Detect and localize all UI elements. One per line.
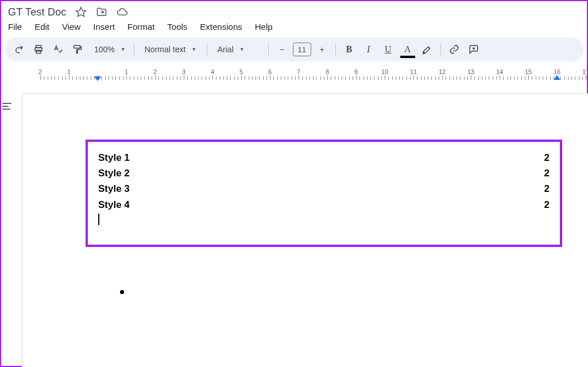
ruler-number: 3	[182, 68, 185, 75]
ruler-number: 1	[67, 68, 71, 75]
toc-page: 2	[544, 165, 550, 181]
toolbar: 100%▼ Normal text▼ Arial▼ − 11 + B I U A	[5, 37, 583, 61]
insert-link-button[interactable]	[446, 41, 463, 58]
star-icon[interactable]	[75, 6, 87, 18]
separator	[207, 43, 207, 56]
ruler-number: 11	[410, 68, 417, 75]
toc-row[interactable]: Style 12	[98, 150, 550, 165]
toc-title: Style 3	[98, 181, 130, 196]
bullet-icon	[120, 290, 124, 294]
page[interactable]: Style 12Style 22Style 32Style 42	[22, 93, 588, 367]
toc-title: Style 4	[98, 197, 130, 213]
ruler-number: 1	[125, 68, 128, 75]
toc-page: 2	[544, 150, 550, 165]
separator	[134, 43, 134, 56]
ruler-number: 15	[525, 68, 532, 75]
right-indent-marker[interactable]	[554, 75, 560, 80]
separator	[440, 43, 441, 56]
ruler-number: 4	[211, 68, 214, 75]
toc-row[interactable]: Style 42	[98, 197, 550, 213]
paragraph-style-value: Normal text	[145, 45, 186, 54]
highlight-color-button[interactable]	[419, 41, 436, 58]
ruler-number: 2	[153, 68, 157, 75]
ruler-number: 9	[354, 68, 358, 75]
menu-edit[interactable]: Edit	[34, 22, 49, 32]
toc-row[interactable]: Style 32	[98, 181, 550, 196]
svg-marker-0	[76, 7, 86, 17]
ruler-number: 14	[496, 68, 503, 75]
ruler[interactable]: 211234567891011121314151617	[1, 65, 587, 81]
menu-help[interactable]: Help	[255, 22, 273, 32]
menu-insert[interactable]: Insert	[93, 22, 115, 32]
zoom-value: 100%	[94, 45, 115, 54]
table-of-contents: Style 12Style 22Style 32Style 42	[98, 150, 550, 213]
toc-page: 2	[544, 197, 550, 213]
text-color-button[interactable]: A	[399, 41, 416, 58]
menu-format[interactable]: Format	[127, 22, 155, 32]
decrease-font-size-button[interactable]: −	[273, 41, 291, 58]
menu-bar: File Edit View Insert Format Tools Exten…	[1, 20, 587, 37]
ruler-number: 2	[38, 68, 42, 75]
toc-title: Style 1	[98, 150, 130, 165]
menu-tools[interactable]: Tools	[167, 22, 187, 32]
ruler-number: 10	[381, 68, 388, 75]
print-button[interactable]	[30, 41, 47, 58]
ruler-number: 6	[268, 68, 272, 75]
font-family-value: Arial	[218, 45, 234, 54]
ruler-number: 13	[467, 68, 474, 75]
add-comment-button[interactable]	[465, 41, 482, 58]
svg-rect-4	[74, 45, 80, 48]
menu-view[interactable]: View	[62, 22, 80, 32]
redo-button[interactable]	[10, 41, 28, 58]
text-cursor	[98, 214, 99, 225]
ruler-number: 8	[326, 68, 329, 75]
separator	[335, 43, 336, 56]
font-size-input[interactable]: 11	[293, 43, 311, 56]
paragraph-style-select[interactable]: Normal text▼	[139, 45, 202, 54]
ruler-number: 5	[239, 68, 243, 75]
ruler-number: 17	[582, 68, 587, 75]
title-bar: GT Test Doc	[1, 1, 587, 20]
outline-toggle-icon[interactable]	[2, 101, 11, 111]
ruler-number: 16	[554, 68, 560, 75]
toc-page: 2	[544, 181, 550, 196]
font-family-select[interactable]: Arial▼	[212, 45, 264, 54]
selection-highlight: Style 12Style 22Style 32Style 42	[86, 140, 562, 247]
menu-extensions[interactable]: Extensions	[200, 22, 242, 32]
move-folder-icon[interactable]	[95, 6, 108, 18]
toc-title: Style 2	[98, 165, 130, 181]
zoom-select[interactable]: 100%▼	[88, 45, 129, 54]
ruler-number: 12	[439, 68, 446, 75]
underline-button[interactable]: U	[380, 41, 397, 58]
menu-file[interactable]: File	[8, 22, 22, 32]
toc-row[interactable]: Style 22	[98, 165, 550, 181]
ruler-number: 7	[297, 68, 300, 75]
spellcheck-button[interactable]	[49, 41, 67, 58]
bold-button[interactable]: B	[341, 41, 358, 58]
cloud-status-icon[interactable]	[116, 6, 129, 18]
doc-title[interactable]: GT Test Doc	[8, 6, 67, 18]
paint-format-button[interactable]	[69, 41, 86, 58]
left-indent-marker[interactable]	[94, 76, 101, 81]
italic-button[interactable]: I	[360, 41, 377, 58]
separator	[268, 43, 269, 56]
increase-font-size-button[interactable]: +	[314, 41, 331, 58]
